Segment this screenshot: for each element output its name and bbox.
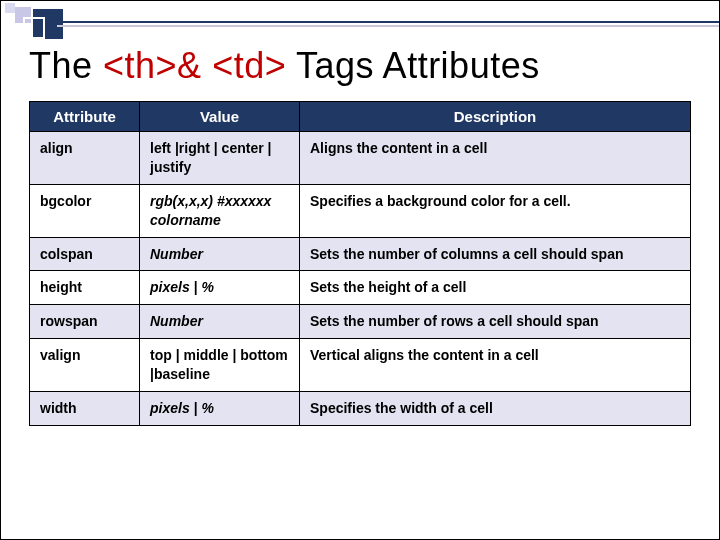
cell-attr: colspan	[30, 237, 140, 271]
table-row: colspan Number Sets the number of column…	[30, 237, 691, 271]
cell-desc: Sets the number of rows a cell should sp…	[300, 305, 691, 339]
table-row: valign top | middle | bottom |baseline V…	[30, 339, 691, 392]
cell-desc: Aligns the content in a cell	[300, 132, 691, 185]
col-value: Value	[140, 102, 300, 132]
cell-attr: height	[30, 271, 140, 305]
col-description: Description	[300, 102, 691, 132]
value-text: left |right | center | justify	[150, 140, 271, 175]
table-row: width pixels | % Specifies the width of …	[30, 392, 691, 426]
deco-square-icon	[23, 17, 45, 39]
cell-attr: bgcolor	[30, 184, 140, 237]
value-text-italic: pixels | %	[150, 279, 214, 295]
value-text: top | middle | bottom |baseline	[150, 347, 288, 382]
cell-attr: valign	[30, 339, 140, 392]
cell-desc: Sets the number of columns a cell should…	[300, 237, 691, 271]
corner-decoration	[9, 9, 119, 37]
table-row: align left |right | center | justify Ali…	[30, 132, 691, 185]
title-suffix: Tags Attributes	[286, 45, 539, 86]
table-row: bgcolor rgb(x,x,x) #xxxxxx colorname Spe…	[30, 184, 691, 237]
value-text-italic: pixels | %	[150, 400, 214, 416]
value-text-italic: Number	[150, 246, 203, 262]
value-text-italic: Number	[150, 313, 203, 329]
cell-value: Number	[140, 237, 300, 271]
cell-desc: Specifies the width of a cell	[300, 392, 691, 426]
title-prefix: The	[29, 45, 103, 86]
cell-value: pixels | %	[140, 271, 300, 305]
table-header-row: Attribute Value Description	[30, 102, 691, 132]
cell-attr: align	[30, 132, 140, 185]
cell-attr: rowspan	[30, 305, 140, 339]
attributes-table: Attribute Value Description align left |…	[29, 101, 691, 426]
slide-title: The <th>& <td> Tags Attributes	[29, 45, 691, 87]
cell-value: Number	[140, 305, 300, 339]
deco-square-icon	[5, 3, 15, 13]
cell-value: pixels | %	[140, 392, 300, 426]
cell-attr: width	[30, 392, 140, 426]
table-row: height pixels | % Sets the height of a c…	[30, 271, 691, 305]
value-text-italic: rgb(x,x,x) #xxxxxx colorname	[150, 193, 271, 228]
cell-desc: Vertical aligns the content in a cell	[300, 339, 691, 392]
cell-value: rgb(x,x,x) #xxxxxx colorname	[140, 184, 300, 237]
cell-desc: Sets the height of a cell	[300, 271, 691, 305]
title-tags: <th>& <td>	[103, 45, 286, 86]
cell-value: top | middle | bottom |baseline	[140, 339, 300, 392]
cell-desc: Specifies a background color for a cell.	[300, 184, 691, 237]
slide: The <th>& <td> Tags Attributes Attribute…	[0, 0, 720, 540]
table-row: rowspan Number Sets the number of rows a…	[30, 305, 691, 339]
header-rule	[57, 21, 719, 22]
col-attribute: Attribute	[30, 102, 140, 132]
cell-value: left |right | center | justify	[140, 132, 300, 185]
